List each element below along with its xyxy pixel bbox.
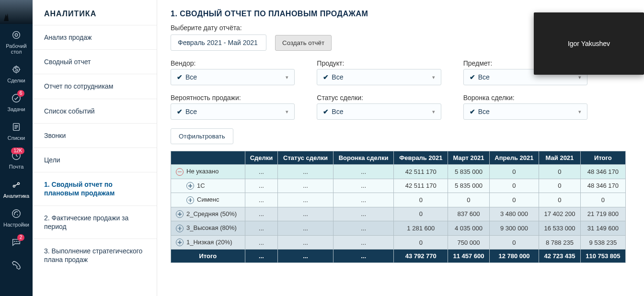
row-label-cell[interactable]: 1_Низкая (20%) [171, 235, 245, 250]
table-row: Сименс.........00000 [171, 193, 626, 207]
badge: 12K [11, 148, 24, 154]
nav-item-0[interactable]: Анализ продаж [33, 25, 157, 49]
nav-item-7[interactable]: 2. Фактические продажи за период [33, 205, 157, 239]
cell: ... [278, 221, 333, 236]
expand-icon[interactable] [176, 225, 184, 232]
expand-icon[interactable] [186, 182, 194, 190]
iconbar-desktop[interactable]: Рабочийстол [2, 24, 30, 58]
cell: 1 281 600 [394, 221, 448, 236]
footer-cell: ... [278, 250, 333, 263]
footer-cell: 12 780 000 [489, 250, 539, 263]
collapse-icon[interactable] [176, 168, 184, 176]
cell: 9 300 000 [489, 221, 539, 236]
row-label: 1С [197, 182, 205, 189]
row-label: Сименс [197, 196, 219, 203]
check-icon: ✔ [177, 108, 183, 115]
row-label-cell[interactable]: Не указано [171, 165, 245, 179]
footer-cell: 42 723 435 [539, 250, 581, 263]
filter-value: Все [478, 73, 490, 81]
nav-item-8[interactable]: 3. Выполнение стратегического плана прод… [33, 239, 157, 272]
filter-label-0: Вендор: [171, 59, 295, 67]
cell: 8 788 235 [539, 235, 581, 250]
table-row: 2_Средняя (50%).........0837 6003 480 00… [171, 207, 626, 221]
nav-item-6[interactable]: 1. Сводный отчет по плановым продажам [33, 172, 157, 205]
iconbar-settings[interactable]: Настройки [2, 203, 30, 231]
date-range-picker[interactable]: Февраль 2021 - Май 2021 [171, 34, 266, 51]
col-header: Статус сделки [278, 151, 333, 165]
footer-cell: ... [333, 250, 394, 263]
filter-select-5[interactable]: ✔Все▾ [463, 103, 587, 120]
cell: 4 035 000 [448, 221, 490, 236]
filter-label-3: Вероятность продажи: [171, 94, 295, 102]
chevron-down-icon: ▾ [286, 109, 288, 115]
expand-icon[interactable] [176, 210, 184, 218]
check-icon: ✔ [177, 73, 183, 81]
create-report-button[interactable]: Создать отчёт [275, 35, 332, 51]
lists-icon [10, 121, 23, 133]
svg-point-9 [14, 241, 15, 241]
iconbar-phone[interactable] [2, 254, 30, 277]
iconbar-tasks[interactable]: 6Задачи [2, 87, 30, 116]
iconbar-mail[interactable]: 12KПочта [2, 145, 30, 173]
row-label: 3_Высокая (80%) [186, 224, 237, 231]
cell: ... [333, 193, 394, 207]
filter-value: Все [332, 73, 343, 81]
nav-item-4[interactable]: Звонки [33, 123, 157, 148]
sidebar-thumbnail [0, 0, 33, 24]
nav-item-3[interactable]: Список событий [33, 99, 157, 123]
col-header [171, 151, 245, 165]
filter-value: Все [185, 108, 197, 115]
cell: ... [278, 235, 333, 250]
table-row: 1С.........42 511 1705 835 0000048 346 1… [171, 179, 626, 193]
expand-icon[interactable] [176, 239, 184, 246]
cell: 42 511 170 [394, 179, 448, 193]
apply-filter-button[interactable]: Отфильтровать [171, 128, 233, 144]
col-header: Сделки [245, 151, 278, 165]
cell: 0 [394, 235, 448, 250]
cell: ... [278, 193, 333, 207]
iconbar-lists[interactable]: Списки [2, 116, 30, 145]
nav-item-2[interactable]: Отчет по сотрудникам [33, 74, 157, 98]
check-icon: ✔ [470, 73, 475, 81]
col-header: Воронка сделки [333, 151, 394, 165]
filter-select-0[interactable]: ✔Все▾ [171, 69, 295, 85]
chevron-down-icon: ▾ [286, 74, 288, 80]
row-label-cell[interactable]: 1С [171, 179, 245, 193]
table-row: Не указано.........42 511 1705 835 00000… [171, 165, 626, 179]
filter-select-1[interactable]: ✔Все▾ [317, 69, 441, 85]
nav-item-5[interactable]: Цели [33, 148, 157, 172]
col-header: Итого [580, 151, 625, 165]
iconbar-label: Почта [9, 164, 24, 170]
footer-cell: 11 457 600 [448, 250, 490, 263]
iconbar-chat[interactable]: 2 [2, 231, 30, 254]
cell: 3 480 000 [489, 207, 539, 221]
row-label-cell[interactable]: Сименс [171, 193, 245, 207]
cell: ... [245, 235, 278, 250]
cell: ... [245, 179, 278, 193]
chevron-down-icon: ▾ [432, 74, 435, 80]
row-label-cell[interactable]: 2_Средняя (50%) [171, 207, 245, 221]
filter-select-4[interactable]: ✔Все▾ [317, 103, 441, 120]
badge: 2 [17, 234, 25, 241]
svg-point-6 [13, 185, 15, 187]
col-header: Апрель 2021 [489, 151, 539, 165]
cell: ... [245, 165, 278, 179]
iconbar-label: Задачи [8, 106, 25, 112]
main-content: 1. СВОДНЫЙ ОТЧЕТ ПО ПЛАНОВЫМ ПРОДАЖАМ Вы… [157, 0, 644, 296]
cell: ... [245, 221, 278, 236]
expand-icon[interactable] [186, 196, 194, 204]
icon-sidebar: РабочийстолСделки6ЗадачиСписки12KПочтаАн… [0, 0, 33, 296]
footer-cell: 43 792 770 [394, 250, 448, 263]
table-row: 3_Высокая (80%).........1 281 6004 035 0… [171, 221, 626, 236]
row-label-cell[interactable]: 3_Высокая (80%) [171, 221, 245, 236]
video-call-overlay[interactable]: Igor Yakushev [534, 12, 644, 75]
cell: 31 149 600 [580, 221, 625, 236]
col-header: Февраль 2021 [394, 151, 448, 165]
report-table: СделкиСтатус сделкиВоронка сделкиФевраль… [171, 151, 626, 263]
nav-item-1[interactable]: Сводный отчет [33, 49, 157, 74]
cell: 9 538 235 [580, 235, 625, 250]
iconbar-analytics[interactable]: Аналитика [2, 174, 30, 203]
iconbar-deals[interactable]: Сделки [2, 58, 30, 87]
row-label: 1_Низкая (20%) [186, 239, 232, 246]
filter-select-3[interactable]: ✔Все▾ [171, 103, 295, 120]
